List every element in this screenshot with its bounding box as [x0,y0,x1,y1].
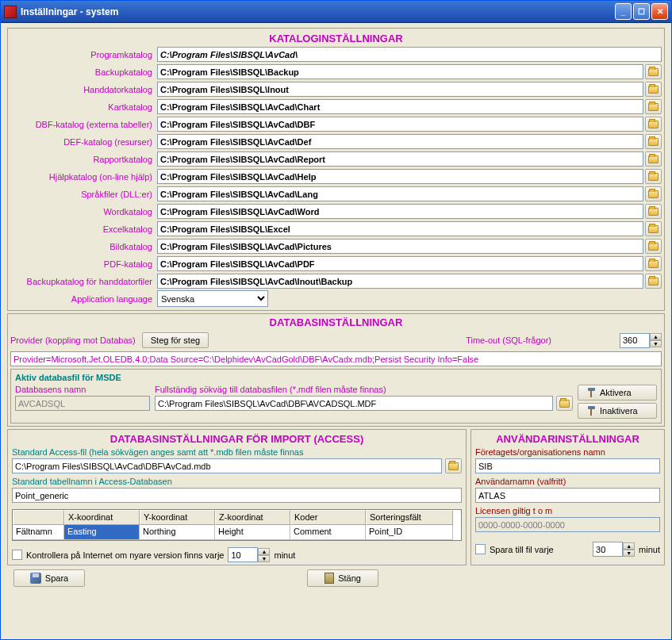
table-name-label: Standard tabellnamn i Access-Databasen [12,477,462,486]
access-file-input[interactable] [12,458,442,473]
catalog-input[interactable] [157,134,643,149]
username-input[interactable] [475,488,660,503]
spin-up[interactable]: ▲ [623,542,635,550]
catalog-input[interactable] [157,99,643,114]
check-interval-spinner[interactable]: ▲▼ [228,547,270,562]
autosave-checkbox[interactable] [475,544,486,554]
grid-header: X-koordinat [64,510,140,525]
grid-cell[interactable]: Easting [64,525,140,540]
browse-button[interactable] [645,134,662,149]
browse-button[interactable] [645,186,662,201]
catalog-input[interactable] [157,186,643,201]
catalog-label: DEF-katalog (resurser) [10,137,157,147]
import-heading: DATABASINSTÄLLNINGAR FÖR IMPORT (ACCESS) [12,432,462,447]
hammer-icon [586,406,596,416]
license-label: Licensen giltig t o m [475,506,660,515]
minute-label: minut [274,550,295,560]
catalog-input[interactable] [157,256,643,271]
browse-button[interactable] [645,256,662,271]
timeout-input[interactable] [620,333,650,348]
catalog-input[interactable] [157,169,643,184]
catalog-section: KATALOGINSTÄLLNINGAR ProgramkatalogBacku… [7,28,665,311]
minimize-button[interactable]: _ [615,3,632,20]
field-grid[interactable]: X-koordinat Y-koordinat Z-koordinat Kode… [12,509,462,541]
folder-icon [648,68,659,76]
msde-title: Aktiv databasfil för MSDE [15,373,657,382]
msde-browse-button[interactable] [556,396,573,411]
username-label: Användarnamn (valfritt) [475,477,660,486]
timeout-spinner[interactable]: ▲▼ [620,333,662,348]
grid-cell[interactable]: Northing [140,525,215,540]
timeout-down[interactable]: ▼ [650,340,662,347]
catalog-input[interactable] [157,82,643,97]
folder-icon [648,243,659,251]
catalog-label: Backupkatalog [10,67,157,77]
catalog-label: Wordkatalog [10,207,157,217]
grid-header: Koder [290,510,366,525]
app-language-select[interactable]: Svenska [157,290,268,307]
spin-up[interactable]: ▲ [258,548,270,555]
catalog-input[interactable] [157,64,643,79]
catalog-input[interactable] [157,47,662,62]
save-button[interactable]: Spara [13,569,85,587]
grid-cell[interactable]: Point_ID [366,525,453,540]
catalog-label: Hjälpkatalog (on-line hjälp) [10,172,157,182]
provider-string-input[interactable] [10,351,662,366]
catalog-heading: KATALOGINSTÄLLNINGAR [10,30,662,46]
folder-icon [648,86,659,94]
browse-button[interactable] [645,117,662,132]
catalog-label: Språkfiler (DLL:er) [10,190,157,199]
check-internet-label: Kontrollera på Internet om nyare version… [26,550,224,560]
provider-label: Provider (koppling mot Databas) [10,335,136,345]
folder-icon [648,225,659,233]
close-dialog-button[interactable]: Stäng [307,569,378,587]
catalog-label: Bildkatalog [10,242,157,251]
table-name-input[interactable] [12,488,462,503]
hammer-icon [586,388,596,397]
browse-button[interactable] [645,82,662,97]
grid-cell[interactable]: Height [215,525,290,540]
folder-icon [559,400,570,408]
check-internet-checkbox[interactable] [12,550,22,560]
grid-row-label: Fältnamn [13,525,64,540]
spin-down[interactable]: ▼ [258,555,270,562]
browse-button[interactable] [645,64,662,79]
grid-header: Sorteringsfält [366,510,453,525]
autosave-interval-spinner[interactable]: ▲▼ [593,542,635,557]
timeout-up[interactable]: ▲ [650,333,662,340]
catalog-input[interactable] [157,204,643,219]
catalog-input[interactable] [157,117,643,132]
titlebar: Inställningar - system _ ☐ ✕ [1,1,671,23]
autosave-label: Spara till fil varje [490,545,554,554]
browse-button[interactable] [645,274,662,289]
catalog-input[interactable] [157,239,643,254]
folder-icon [648,208,659,216]
close-button[interactable]: ✕ [651,3,668,20]
grid-header: Y-koordinat [140,510,215,525]
import-panel: DATABASINSTÄLLNINGAR FÖR IMPORT (ACCESS)… [7,429,467,565]
spin-down[interactable]: ▼ [623,550,635,557]
catalog-input[interactable] [157,274,643,289]
deactivate-button[interactable]: Inaktivera [578,403,657,419]
autosave-interval-input[interactable] [593,542,623,557]
browse-button[interactable] [645,151,662,167]
browse-button[interactable] [645,204,662,219]
step-by-step-button[interactable]: Steg för steg [142,332,209,348]
msde-path-input[interactable] [155,396,553,411]
check-interval-input[interactable] [228,547,258,562]
catalog-input[interactable] [157,221,643,236]
browse-button[interactable] [645,99,662,114]
browse-button[interactable] [645,239,662,254]
browse-button[interactable] [645,169,662,184]
msde-path-label: Fullständig sökväg till databasfilen (*.… [155,385,573,394]
user-panel: ANVÄNDARINSTÄLLNINGAR Företagets/organis… [470,429,665,565]
catalog-input[interactable] [157,151,643,167]
org-input[interactable] [475,458,660,473]
maximize-button[interactable]: ☐ [633,3,650,20]
catalog-label: Backupkatalog för handdatorfiler [10,277,157,286]
activate-button[interactable]: Aktivera [578,385,657,400]
grid-cell[interactable]: Comment [290,525,366,540]
browse-button[interactable] [645,221,662,236]
access-browse-button[interactable] [445,458,462,473]
folder-icon [448,462,459,470]
